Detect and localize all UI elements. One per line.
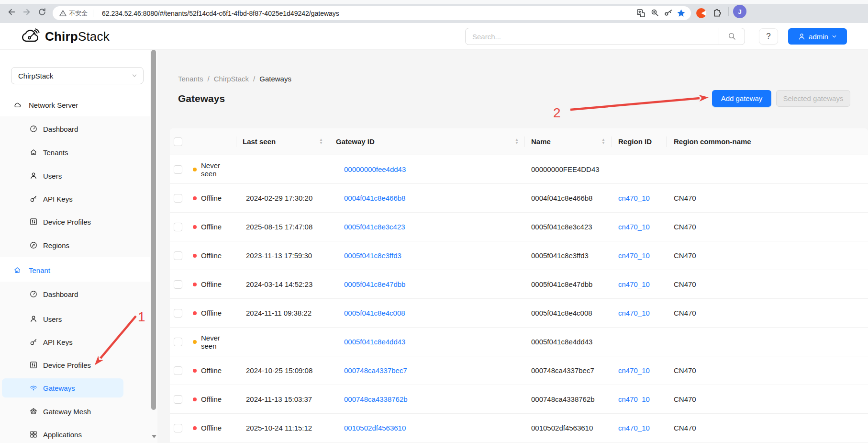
sort-carets-icon[interactable]: ▲▼	[601, 138, 605, 145]
table-body: Never seen 00000000fee4dd43 00000000FEE4…	[170, 155, 868, 443]
gateway-status: Never seen	[201, 161, 236, 178]
region-id-link[interactable]: cn470_10	[618, 251, 650, 260]
region-id-link[interactable]: cn470_10	[618, 280, 650, 288]
site-security-chip[interactable]: 不安全	[53, 6, 98, 20]
sidebar-item-tenant-gateway-mesh[interactable]: Gateway Mesh	[2, 402, 123, 421]
breadcrumb-separator: /	[208, 75, 210, 83]
sidebar-item-label: Gateway Mesh	[43, 408, 91, 416]
gateway-name-cell: 0010502df4563610	[524, 414, 611, 442]
gateway-id-link[interactable]: 00000000fee4dd43	[344, 165, 406, 173]
sidebar-item-ns-dashboard[interactable]: Dashboard	[2, 119, 123, 138]
row-checkbox[interactable]	[174, 366, 182, 375]
gateway-name-cell: 0005f041c8e4dd43	[524, 328, 611, 356]
region-id-link[interactable]: cn470_10	[618, 223, 650, 231]
row-checkbox[interactable]	[174, 309, 182, 318]
region-common-name-cell: CN470	[666, 241, 868, 270]
gateway-id-column-header[interactable]: Gateway ID ▲▼	[329, 128, 524, 155]
sidebar-item-ns-users[interactable]: Users	[2, 166, 123, 185]
gateway-id-link[interactable]: 0005f041c8e4dd43	[344, 338, 405, 346]
gateway-status: Offline	[201, 223, 222, 231]
gateway-id-link[interactable]: 000748ca4338762b	[344, 395, 408, 403]
add-gateway-button[interactable]: Add gateway	[712, 90, 771, 107]
name-column-header[interactable]: Name ▲▼	[524, 128, 611, 155]
app-header: ChirpStack ? admin	[0, 23, 868, 50]
browser-address-bar[interactable]: 不安全 62.234.52.46:8080/#/tenants/52f14cd4…	[53, 6, 691, 20]
region-common-name-cell	[666, 155, 868, 183]
select-all-checkbox[interactable]	[174, 137, 182, 146]
column-label: Gateway ID	[336, 137, 375, 146]
browser-back-icon[interactable]	[7, 7, 16, 17]
breadcrumb-gateways: Gateways	[259, 75, 291, 83]
row-checkbox[interactable]	[174, 395, 182, 404]
last-seen-column-header[interactable]: Last seen ▲▼	[236, 128, 329, 155]
scrollbar-down-arrow[interactable]	[152, 435, 156, 438]
sidebar-item-label: API Keys	[43, 338, 73, 346]
gateway-id-link[interactable]: 0005f041c8e3ffd3	[344, 251, 401, 260]
help-button[interactable]: ?	[759, 28, 778, 45]
scrollbar-thumb[interactable]	[151, 50, 156, 410]
sidebar-section-network-server[interactable]: Network Server	[2, 95, 123, 114]
sort-carets-icon[interactable]: ▲▼	[319, 138, 323, 145]
browser-forward-icon[interactable]	[22, 7, 32, 17]
row-checkbox[interactable]	[174, 280, 182, 289]
gateway-id-link[interactable]: 0005f041c8e3c423	[344, 223, 405, 231]
password-key-icon[interactable]	[662, 7, 675, 19]
gateway-name-cell: 0004f041c8e466b8	[524, 184, 611, 212]
gateway-id-link[interactable]: 0010502df4563610	[344, 424, 406, 432]
extensions-puzzle-icon[interactable]	[711, 7, 723, 19]
region-common-name-cell: CN470	[666, 213, 868, 241]
header-divider	[611, 136, 612, 147]
main-content: Tenants / ChirpStack / Gateways Gateways…	[157, 50, 868, 443]
row-checkbox[interactable]	[174, 424, 182, 432]
sidebar-item-tenant-users[interactable]: Users	[2, 309, 123, 329]
zoom-icon[interactable]	[649, 7, 661, 19]
bookmark-star-icon[interactable]	[675, 7, 687, 19]
sidebar-item-ns-api-keys[interactable]: API Keys	[2, 189, 123, 208]
selected-gateways-button[interactable]: Selected gateways	[776, 90, 850, 107]
sidebar-item-tenant-api-keys[interactable]: API Keys	[2, 332, 123, 352]
avatar-initial: J	[738, 8, 741, 15]
region-id-link[interactable]: cn470_10	[618, 366, 650, 375]
status-dot	[193, 225, 197, 229]
sidebar-item-ns-tenants[interactable]: Tenants	[2, 143, 123, 162]
sidebar-section-tenant[interactable]: Tenant	[2, 261, 123, 280]
sidebar-item-tenant-applications[interactable]: Applications	[2, 425, 123, 443]
org-select[interactable]: ChirpStack	[11, 67, 144, 84]
column-label: Region common-name	[674, 137, 751, 146]
table-row: Never seen 00000000fee4dd43 00000000FEE4…	[170, 155, 868, 184]
chevron-down-icon	[832, 34, 837, 39]
gateway-id-link[interactable]: 0005f041c8e47dbb	[344, 280, 405, 288]
breadcrumb-tenants[interactable]: Tenants	[178, 75, 203, 83]
status-dot	[193, 311, 197, 315]
extension-icon-orange[interactable]	[695, 7, 707, 19]
toolbar-divider	[728, 7, 729, 16]
row-checkbox[interactable]	[174, 194, 182, 203]
row-checkbox[interactable]	[174, 165, 182, 174]
breadcrumb-chirpstack[interactable]: ChirpStack	[214, 75, 249, 83]
sort-carets-icon[interactable]: ▲▼	[515, 138, 519, 145]
translate-icon[interactable]	[634, 7, 647, 19]
sidebar-item-tenant-dashboard[interactable]: Dashboard	[2, 284, 123, 304]
chirpstack-logo[interactable]: ChirpStack	[21, 28, 110, 45]
sidebar-item-tenant-device-profiles[interactable]: Device Profiles	[2, 355, 123, 375]
admin-user-button[interactable]: admin	[788, 28, 847, 45]
browser-reload-icon[interactable]	[37, 7, 47, 17]
gateway-id-link[interactable]: 0005f041c8e4c008	[344, 309, 405, 317]
region-id-link[interactable]: cn470_10	[618, 309, 650, 317]
region-id-link[interactable]: cn470_10	[618, 395, 650, 403]
region-id-link[interactable]: cn470_10	[618, 424, 650, 432]
gateway-name-cell: 0005f041c8e4c008	[524, 299, 611, 327]
region-id-link[interactable]: cn470_10	[618, 194, 650, 202]
browser-profile-avatar[interactable]: J	[733, 5, 746, 18]
sidebar-item-ns-device-profiles[interactable]: Device Profiles	[2, 212, 123, 231]
sidebar-item-ns-regions[interactable]: Regions	[2, 236, 123, 255]
search-button[interactable]	[719, 28, 745, 45]
gateway-id-link[interactable]: 0004f041c8e466b8	[344, 194, 405, 202]
row-checkbox[interactable]	[174, 338, 182, 346]
sidebar-item-tenant-gateways[interactable]: Gateways	[2, 378, 123, 398]
gateway-id-link[interactable]: 000748ca4337bec7	[344, 366, 407, 375]
row-checkbox[interactable]	[174, 223, 182, 231]
search-input[interactable]	[466, 33, 719, 41]
device-profiles-icon	[30, 218, 37, 226]
row-checkbox[interactable]	[174, 251, 182, 260]
